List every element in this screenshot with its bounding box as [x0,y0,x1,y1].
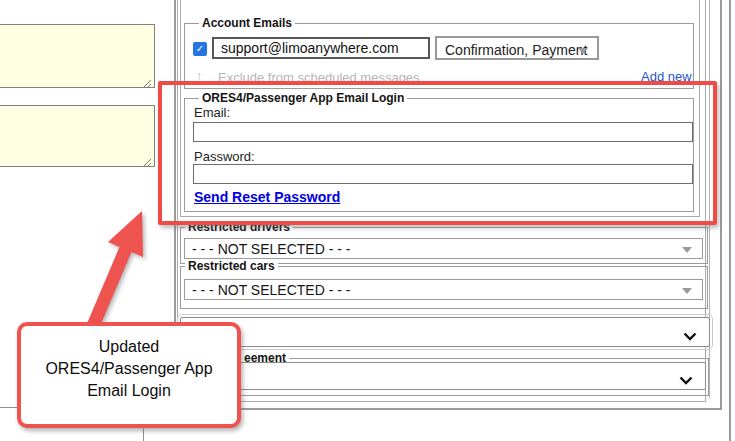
resize-handle-icon[interactable] [142,75,152,85]
chevron-down-icon [682,247,692,253]
email-type-dropdown-value: Confirmation, Payment [445,42,587,58]
chevron-down-icon [682,288,692,294]
callout-line-2: ORES4/Passenger App [21,358,237,380]
restricted-drivers-value: - - - NOT SELECTED - - - [192,241,350,257]
callout-line-3: Email Login [21,380,237,402]
chevron-down-icon [683,327,697,345]
account-email-checkbox[interactable]: ✓ [193,42,207,56]
restricted-drivers-select[interactable]: - - - NOT SELECTED - - - [184,238,703,259]
notes-textarea-1[interactable] [0,24,155,88]
resize-handle-icon[interactable] [142,154,152,164]
chevron-down-icon [679,371,693,389]
account-email-input[interactable] [212,37,430,59]
callout-box: Updated ORES4/Passenger App Email Login [17,322,241,428]
dropdown-select-1[interactable] [180,317,710,347]
restricted-cars-select[interactable]: - - - NOT SELECTED - - - [184,279,703,300]
settings-page: Account Emails ✓ Confirmation, Payment ↑… [0,0,735,441]
highlight-rectangle [158,81,717,225]
restricted-cars-value: - - - NOT SELECTED - - - [192,282,350,298]
account-emails-legend: Account Emails [199,16,295,30]
callout-line-1: Updated [21,336,237,358]
restricted-cars-legend: Restricted cars [185,259,278,273]
page-right-border [729,0,731,441]
chevron-down-icon [578,48,588,54]
dropdown-select-2[interactable] [184,362,706,390]
notes-textarea-2[interactable] [0,105,155,167]
email-type-dropdown[interactable]: Confirmation, Payment [435,36,599,60]
